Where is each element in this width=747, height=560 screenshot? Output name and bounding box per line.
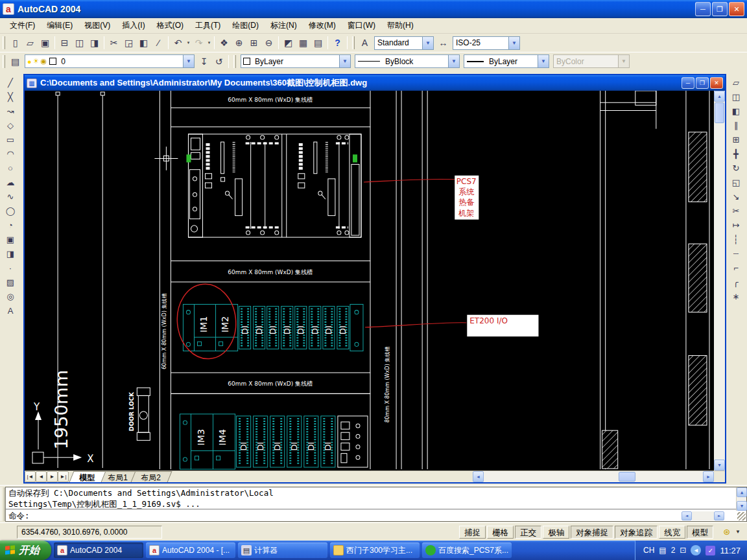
match-properties-icon[interactable]: ∕: [151, 36, 166, 51]
revision-cloud-icon[interactable]: ☁: [3, 175, 18, 189]
horizontal-scroll-thumb[interactable]: [619, 472, 635, 482]
erase-icon[interactable]: ▱: [729, 75, 743, 89]
qnew-icon[interactable]: ▯: [8, 36, 23, 51]
toggle-lineweight[interactable]: 线宽: [659, 526, 685, 539]
restore-button[interactable]: ❐: [712, 2, 728, 16]
start-button[interactable]: 开始: [0, 541, 51, 560]
break-icon[interactable]: ┄: [729, 246, 743, 261]
minimize-button[interactable]: ─: [695, 2, 711, 16]
rectangle-icon[interactable]: ▭: [3, 132, 18, 146]
scale-icon[interactable]: ◱: [729, 175, 743, 189]
communication-center-icon[interactable]: ⊛: [723, 527, 730, 537]
make-block-icon[interactable]: ◨: [3, 246, 18, 261]
linetype-combo[interactable]: ByBlock ▼: [355, 54, 460, 68]
scroll-left-icon[interactable]: ◄: [682, 511, 692, 520]
menu-dimension[interactable]: 标注(N): [265, 18, 303, 33]
polyline-icon[interactable]: ↝: [3, 104, 18, 118]
pan-icon[interactable]: ❖: [217, 36, 231, 51]
array-icon[interactable]: ⊞: [729, 132, 743, 146]
toggle-polar[interactable]: 极轴: [543, 526, 569, 539]
scroll-right-icon[interactable]: ►: [714, 511, 724, 520]
paste-icon[interactable]: ◧: [136, 36, 151, 51]
make-layer-current-icon[interactable]: ↧: [196, 54, 211, 69]
cut-icon[interactable]: ✂: [106, 36, 121, 51]
region-icon[interactable]: ◎: [3, 289, 18, 303]
copy-icon[interactable]: ◲: [121, 36, 136, 51]
dim-style-combo[interactable]: ISO-25 ▼: [453, 36, 520, 50]
soft-keyboard-icon[interactable]: 2: [671, 546, 676, 555]
menu-help[interactable]: 帮助(H): [381, 18, 420, 33]
scroll-right-icon[interactable]: ►: [703, 471, 714, 482]
hatch-icon[interactable]: ▨: [3, 275, 18, 289]
close-button[interactable]: ✕: [729, 2, 744, 16]
vertical-scroll-thumb[interactable]: [715, 102, 724, 123]
command-hscroll[interactable]: ◄ ►: [682, 511, 724, 520]
menu-format[interactable]: 格式(O): [151, 18, 189, 33]
scroll-up-icon[interactable]: ▲: [737, 487, 747, 497]
menu-file[interactable]: 文件(F): [4, 18, 41, 33]
lineweight-combo[interactable]: ByLayer ▼: [464, 54, 549, 68]
chamfer-icon[interactable]: ⌐: [729, 261, 743, 275]
explode-icon[interactable]: ∗: [729, 289, 743, 303]
color-combo[interactable]: ByLayer ▼: [241, 54, 351, 68]
layer-previous-icon[interactable]: ↺: [211, 54, 226, 69]
coordinate-display[interactable]: 6354.4760, 3010.6976, 0.0000: [17, 526, 162, 539]
toolbar-grip[interactable]: [3, 36, 5, 49]
stretch-icon[interactable]: ↘: [729, 189, 743, 204]
arc-icon[interactable]: ◠: [3, 146, 18, 161]
rotate-icon[interactable]: ↻: [729, 161, 743, 175]
taskbar-item-siemens-folder[interactable]: 西门子300学习主...: [330, 542, 420, 558]
tab-prev-button[interactable]: ◄: [36, 471, 47, 482]
offset-icon[interactable]: ∥: [729, 118, 743, 132]
dropdown-arrow-icon[interactable]: ▼: [183, 55, 194, 67]
scroll-up-icon[interactable]: ▲: [714, 91, 725, 102]
dropdown-arrow-icon[interactable]: ▼: [422, 37, 433, 49]
doc-restore-button[interactable]: ❐: [696, 77, 709, 89]
zoom-previous-icon[interactable]: ⊖: [261, 36, 276, 51]
scroll-down-icon[interactable]: ▼: [714, 460, 725, 471]
doc-minimize-button[interactable]: ─: [682, 77, 694, 89]
save-icon[interactable]: ▣: [38, 36, 53, 51]
open-icon[interactable]: ▱: [23, 36, 38, 51]
designcenter-icon[interactable]: ▦: [296, 36, 311, 51]
command-prompt[interactable]: 命令:: [6, 509, 746, 523]
dropdown-arrow-icon[interactable]: ▼: [508, 37, 519, 49]
tab-layout2[interactable]: 布局2: [130, 471, 172, 482]
resize-grip[interactable]: [737, 512, 746, 520]
tray-app-icon[interactable]: ✓: [706, 546, 715, 555]
dim-style-icon[interactable]: ↔: [436, 36, 451, 51]
menu-modify[interactable]: 修改(M): [303, 18, 342, 33]
mirror-icon[interactable]: ◧: [729, 104, 743, 118]
menu-draw[interactable]: 绘图(D): [226, 18, 265, 33]
menu-view[interactable]: 视图(V): [78, 18, 116, 33]
copy-object-icon[interactable]: ◫: [729, 89, 743, 104]
trim-icon[interactable]: ✂: [729, 204, 743, 218]
ime-toolbar-icon[interactable]: ⊡: [680, 546, 686, 555]
layer-combo[interactable]: ● ☀ ◉ 0 ▼: [25, 54, 195, 68]
tab-first-button[interactable]: |◄: [25, 471, 36, 482]
status-tray-arrow-icon[interactable]: ▼: [735, 529, 741, 535]
text-style-combo[interactable]: Standard ▼: [374, 36, 434, 50]
vertical-scrollbar[interactable]: ▲ ▼: [714, 91, 725, 471]
tab-last-button[interactable]: ►|: [58, 471, 69, 482]
toggle-model-space[interactable]: 模型: [687, 526, 713, 539]
move-icon[interactable]: ╋: [729, 146, 743, 161]
fillet-icon[interactable]: ╭: [729, 275, 743, 289]
command-window-grip[interactable]: [1, 487, 5, 521]
zoom-realtime-icon[interactable]: ⊕: [231, 36, 246, 51]
keyboard-icon[interactable]: ▤: [659, 546, 666, 555]
dropdown-arrow-icon[interactable]: ▼: [448, 55, 459, 67]
publish-icon[interactable]: ◨: [87, 36, 102, 51]
ellipse-arc-icon[interactable]: ◔: [3, 218, 18, 232]
horizontal-scrollbar[interactable]: ◄ ►: [473, 471, 714, 482]
plot-preview-icon[interactable]: ◫: [72, 36, 87, 51]
command-vscroll[interactable]: ▲ ▼: [736, 487, 746, 511]
spline-icon[interactable]: ∿: [3, 189, 18, 204]
dropdown-arrow-icon[interactable]: ▼: [538, 55, 549, 67]
undo-icon[interactable]: ↶: [171, 36, 185, 51]
toggle-snap[interactable]: 捕捉: [459, 526, 486, 539]
text-style-icon[interactable]: A: [357, 36, 372, 51]
undo-dropdown-icon[interactable]: ▾: [185, 40, 191, 45]
menu-window[interactable]: 窗口(W): [342, 18, 381, 33]
plot-icon[interactable]: ⊟: [57, 36, 72, 51]
